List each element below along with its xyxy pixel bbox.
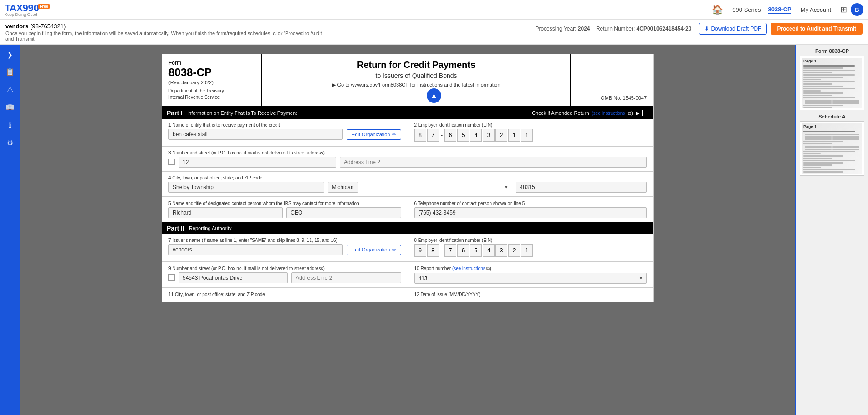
field9-input[interactable]: [179, 272, 288, 283]
grid-icon[interactable]: ⊞: [840, 5, 847, 15]
ein-box-7[interactable]: 2: [495, 129, 507, 142]
sub-header-desc: Once you begin filing the form, the info…: [5, 31, 324, 41]
field3-addr2-input[interactable]: [340, 157, 647, 168]
processing-year: 2024: [578, 26, 590, 32]
field5-row: [168, 207, 401, 218]
processing-year-label: Processing Year:: [535, 26, 576, 32]
nav-my-account[interactable]: My Account: [801, 6, 831, 13]
field5-title-input[interactable]: [286, 207, 401, 218]
ein8-box-2[interactable]: 8: [427, 244, 439, 257]
org-name: vendors: [5, 23, 29, 30]
field3-row: [168, 157, 647, 168]
field7-area: 7 Issuer's name (if same as line 1, ente…: [162, 234, 408, 261]
field9-checkbox[interactable]: [168, 274, 175, 281]
field10-see-instructions[interactable]: (see instructions: [452, 266, 485, 271]
ein8-box-3[interactable]: 7: [444, 244, 456, 257]
part1-desc: Information on Entity That Is To Receive…: [187, 110, 297, 116]
ein8-box-4[interactable]: 6: [457, 244, 469, 257]
field4-state-select[interactable]: Michigan Alabama Alaska: [328, 182, 358, 193]
form-rev: (Rev. January 2022): [168, 80, 255, 85]
download-icon: ⬇: [705, 26, 709, 32]
right-sidebar: Form 8038-CP Page 1: [795, 45, 868, 415]
return-number-label: Return Number:: [596, 26, 635, 32]
ein-box-8[interactable]: 1: [508, 129, 520, 142]
field1-row: Edit Organization ✏: [168, 129, 401, 140]
field8-label: 8 Employer identification number (EIN): [414, 238, 647, 243]
proceed-audit-button[interactable]: Proceed to Audit and Transmit: [771, 23, 863, 35]
field4-city-input[interactable]: [168, 182, 324, 193]
form-area: Form 8038-CP (Rev. January 2022) Departm…: [20, 45, 795, 415]
ein-box-1[interactable]: 8: [414, 129, 426, 142]
left-sidebar: ❯ 📋 ⚠ 📖 ℹ ⚙: [0, 45, 20, 415]
schedule-page1-thumbnail[interactable]: Page 1: [800, 121, 864, 176]
edit-organization-button-1[interactable]: Edit Organization ✏: [347, 129, 401, 140]
info-icon[interactable]: ℹ: [6, 118, 14, 132]
part2-header: Part II Reporting Authority: [162, 222, 653, 234]
field4-zip-input[interactable]: [516, 182, 647, 193]
field7-input[interactable]: [168, 244, 343, 255]
field5-area: 5 Name and title of designated contact p…: [162, 197, 408, 222]
form-label: Form: [168, 60, 255, 66]
ein8-box-7[interactable]: 3: [495, 244, 507, 257]
ein-box-6[interactable]: 3: [483, 129, 495, 142]
field3-checkbox[interactable]: [168, 159, 175, 165]
field5-label: 5 Name and title of designated contact p…: [168, 201, 401, 206]
ein8-box-5[interactable]: 5: [470, 244, 482, 257]
see-instructions-link-amended[interactable]: (see instructions: [592, 111, 625, 116]
field4-section: 4 City, town, or post office; state; and…: [162, 172, 653, 196]
field5-first-input[interactable]: [168, 207, 283, 218]
field3-input[interactable]: [179, 157, 336, 168]
sidebar-expand-button[interactable]: ❯: [2, 48, 18, 61]
ein-box-3[interactable]: 6: [444, 129, 456, 142]
field2-area: 2 Employer identification number (EIN) 8…: [408, 119, 654, 146]
ein-box-2[interactable]: 7: [427, 129, 439, 142]
field6-label: 6 Telephone number of contact person sho…: [414, 201, 647, 206]
sub-header-title: vendors (98-7654321): [5, 23, 535, 30]
copy-icon[interactable]: 📋: [3, 65, 17, 79]
form-header: Form 8038-CP (Rev. January 2022) Departm…: [162, 54, 653, 107]
edit-icon-1: ✏: [392, 132, 396, 138]
ein-boxes-1: 8 7 - 6 5 4 3 2 1 1: [414, 129, 647, 142]
user-avatar[interactable]: B: [851, 3, 863, 16]
edit-organization-button-2[interactable]: Edit Organization ✏: [347, 245, 401, 255]
form-subtitle: to Issuers of Qualified Bonds: [267, 72, 566, 79]
warning-icon[interactable]: ⚠: [4, 82, 16, 97]
field9-10-row: 9 Number and street (or P.O. box no. if …: [162, 262, 653, 287]
page1-label: Page 1: [802, 58, 862, 64]
book-icon[interactable]: 📖: [3, 100, 17, 114]
logo-badge: Free: [38, 4, 50, 9]
field11-12-row: 11 City, town, or post office; state; an…: [162, 288, 653, 302]
field6-phone-input[interactable]: [414, 207, 647, 218]
settings-icon[interactable]: ⚙: [4, 136, 16, 150]
field10-label: 10 Report number (see instructions ⧉): [414, 266, 647, 272]
ein8-box-6[interactable]: 4: [483, 244, 495, 257]
field10-report-select[interactable]: 413 414 415: [414, 273, 647, 284]
home-icon[interactable]: 🏠: [712, 4, 723, 15]
field7-8-row: 7 Issuer's name (if same as line 1, ente…: [162, 234, 653, 261]
form-header-center: Return for Credit Payments to Issuers of…: [262, 54, 571, 106]
form-title: Return for Credit Payments: [267, 59, 566, 71]
nav-8038cp[interactable]: 8038-CP: [768, 6, 791, 14]
download-draft-button[interactable]: ⬇ Download Draft PDF: [699, 23, 767, 35]
form-page1-thumbnail[interactable]: Page 1: [800, 56, 864, 110]
ein-box-9[interactable]: 1: [521, 129, 533, 142]
field7-label: 7 Issuer's name (if same as line 1, ente…: [168, 238, 401, 243]
field7-row: Edit Organization ✏: [168, 244, 401, 255]
part1-header: Part I Information on Entity That Is To …: [162, 107, 653, 119]
field11-label: 11 City, town, or post office; state; an…: [168, 292, 401, 297]
field9-addr2-input[interactable]: [291, 272, 401, 283]
ein8-box-1[interactable]: 9: [414, 244, 426, 257]
scroll-up-button[interactable]: ▲: [427, 88, 441, 103]
ein-box-5[interactable]: 4: [470, 129, 482, 142]
amended-checkbox[interactable]: [642, 110, 648, 116]
field10-area: 10 Report number (see instructions ⧉) 41…: [408, 262, 654, 287]
ein-boxes-2: 9 8 - 7 6 5 4 3 2 1: [414, 244, 647, 257]
field10-report-wrapper: 413 414 415: [414, 273, 647, 284]
field3-label: 3 Number and street (or P.O. box no. if …: [168, 150, 647, 155]
ein8-box-8[interactable]: 2: [508, 244, 520, 257]
field1-input[interactable]: [168, 129, 343, 140]
ein-box-4[interactable]: 5: [457, 129, 469, 142]
sched-thumb-lines: [802, 130, 862, 174]
ein8-box-9[interactable]: 1: [521, 244, 533, 257]
processing-info: Processing Year: 2024 Return Number: 4CP…: [535, 26, 691, 32]
